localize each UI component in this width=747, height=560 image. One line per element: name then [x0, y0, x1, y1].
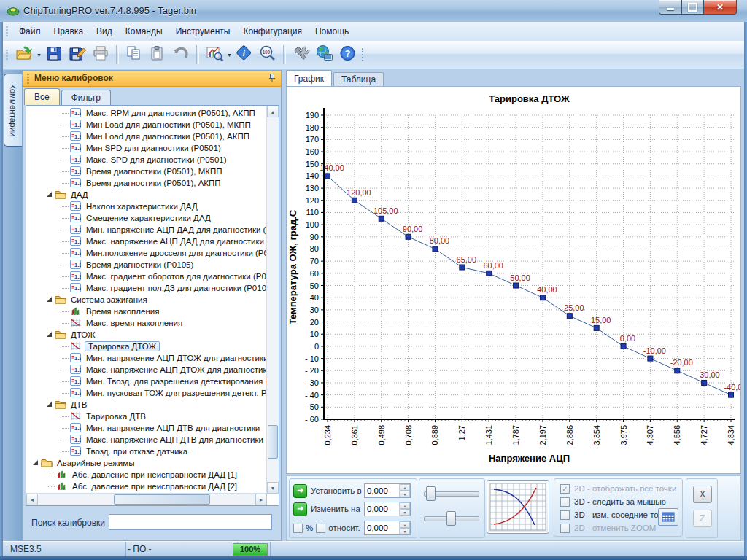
- save-as-button[interactable]: [66, 44, 89, 66]
- info-button[interactable]: i: [233, 44, 256, 66]
- menu-item[interactable]: Конфигурация: [236, 23, 309, 39]
- checkbox[interactable]: [560, 524, 570, 533]
- search-input[interactable]: [109, 514, 272, 530]
- paste-button[interactable]: [146, 44, 169, 66]
- tree-item[interactable]: 1.2Мин SPD для диагностики (P0501): [27, 142, 266, 154]
- chart-point[interactable]: [406, 234, 411, 239]
- scroll-right-icon[interactable]: ►: [255, 494, 267, 505]
- spin-down-icon[interactable]: ▼: [400, 491, 410, 497]
- chart-point[interactable]: [648, 356, 653, 361]
- grid-table-button[interactable]: [658, 508, 678, 526]
- slider-1[interactable]: [424, 486, 479, 499]
- tree-item[interactable]: 1.2Время диагностики (P0501), АКПП: [27, 177, 266, 189]
- tab-comments[interactable]: Комментарии: [4, 74, 22, 147]
- tree-item[interactable]: 1.2Макс. RPM для диагностики (P0501), АК…: [27, 107, 266, 119]
- tree-item[interactable]: 1.2Мин.положение дросселя для диагностик…: [27, 247, 266, 259]
- tree-item[interactable]: 1.2Макс. напряжение АЦП ДТОЖ для диагнос…: [27, 364, 266, 376]
- chart-point[interactable]: [514, 283, 519, 288]
- tree-item[interactable]: 1.2Макс. градиент оборотов для диагности…: [27, 271, 266, 282]
- chart-point[interactable]: [594, 325, 599, 330]
- slider-2[interactable]: [424, 511, 479, 524]
- chart-point[interactable]: [567, 314, 572, 319]
- tree-folder[interactable]: ДТОЖ: [27, 329, 266, 341]
- tree-horizontal-scrollbar[interactable]: ◄ ►: [26, 493, 267, 505]
- maximize-button[interactable]: [682, 0, 704, 15]
- expand-triangle-icon[interactable]: [47, 402, 52, 407]
- tree-item[interactable]: 1.2Мин. напряжение АЦП ДАД для диагности…: [27, 224, 266, 236]
- x-axis-button[interactable]: X: [693, 486, 712, 503]
- tree-item[interactable]: 1.2Макс. градиент пол.ДЗ для диагностики…: [27, 282, 266, 294]
- chart-point[interactable]: [460, 265, 465, 270]
- set-to-input[interactable]: [365, 484, 399, 497]
- spin-up-icon[interactable]: ▲: [400, 502, 410, 509]
- open-button[interactable]: [12, 44, 36, 66]
- internet-button[interactable]: [313, 44, 336, 66]
- tree-item[interactable]: Тарировка ДТОЖ: [27, 341, 266, 352]
- tree-item[interactable]: 1.2Мин Load для диагностики (P0501), АКП…: [27, 131, 266, 142]
- chart-view-button[interactable]: [203, 44, 226, 66]
- spin-down-icon[interactable]: ▼: [400, 528, 410, 534]
- relative-checkbox[interactable]: [316, 524, 325, 533]
- menu-item[interactable]: Инструменты: [169, 23, 237, 39]
- apply-set-button[interactable]: ➜: [293, 484, 307, 498]
- tab-График[interactable]: График: [286, 70, 332, 87]
- menu-item[interactable]: Вид: [90, 23, 119, 39]
- scroll-down-icon[interactable]: ▼: [267, 482, 279, 494]
- tree-item[interactable]: 1.2Мин. напряжение АЦП ДТОЖ для диагност…: [27, 352, 266, 364]
- tree-folder[interactable]: ДАД: [27, 189, 266, 201]
- tree-item[interactable]: Макс. время накопления: [27, 317, 266, 329]
- tab-Фильтр[interactable]: Фильтр: [61, 90, 111, 105]
- calibration-chart[interactable]: - 60- 50- 40- 30- 20- 100102030405060708…: [287, 90, 740, 472]
- tree-item[interactable]: 1.2Время диагностики (P0105): [27, 259, 266, 271]
- tree-item[interactable]: 1.2Время диагностики (P0501), МКПП: [27, 166, 266, 177]
- relative-input[interactable]: [365, 521, 399, 534]
- expand-triangle-icon[interactable]: [47, 192, 52, 197]
- chart-point[interactable]: [540, 295, 545, 300]
- menu-item[interactable]: Помощь: [309, 23, 355, 39]
- expand-triangle-icon[interactable]: [33, 460, 38, 465]
- chart-point[interactable]: [621, 343, 626, 349]
- tree-folder[interactable]: Аварийные режимы: [27, 457, 266, 469]
- vertical-scroll-thumb[interactable]: [268, 425, 278, 459]
- tools-button[interactable]: [290, 44, 313, 66]
- expand-triangle-icon[interactable]: [47, 297, 52, 302]
- print-button[interactable]: [89, 44, 112, 66]
- checkbox[interactable]: [560, 497, 570, 507]
- tree-item[interactable]: 1.2Макс. SPD для диагностики (P0501): [27, 154, 266, 166]
- spin-down-icon[interactable]: ▼: [400, 509, 410, 516]
- spin-up-icon[interactable]: ▲: [400, 521, 410, 528]
- chart-point[interactable]: [433, 246, 438, 252]
- tree-item[interactable]: 1.2Мин. напряжение АЦП ДТВ для диагности…: [27, 422, 266, 434]
- chart-point[interactable]: [675, 368, 680, 373]
- slider-thumb[interactable]: [446, 511, 456, 526]
- tree-item[interactable]: Абс. давление при неисправности ДАД [2]: [27, 481, 266, 492]
- spin-up-icon[interactable]: ▲: [400, 484, 410, 491]
- tab-Все[interactable]: Все: [24, 88, 60, 105]
- tree-item[interactable]: 1.2Смещение характеристики ДАД: [27, 212, 266, 224]
- expand-triangle-icon[interactable]: [47, 332, 52, 337]
- slider-thumb[interactable]: [426, 486, 436, 501]
- tab-Таблица[interactable]: Таблица: [333, 72, 384, 87]
- checkbox[interactable]: [560, 510, 570, 520]
- change-by-input[interactable]: [365, 502, 399, 516]
- open-dropdown-icon[interactable]: ▼: [36, 44, 42, 66]
- tree-item[interactable]: Время накопления: [27, 306, 266, 317]
- tree-vertical-scrollbar[interactable]: ▲ ▼: [266, 106, 279, 494]
- tree-item[interactable]: 1.2Наклон характеристики ДАД: [27, 201, 266, 212]
- tree-item[interactable]: 1.2Мин Load для диагностики (P0501), МКП…: [27, 119, 266, 131]
- percent-checkbox[interactable]: [293, 524, 303, 533]
- horizontal-scroll-thumb[interactable]: [114, 494, 210, 505]
- pin-icon[interactable]: [268, 73, 276, 88]
- chart-view-dropdown-icon[interactable]: ▼: [226, 44, 233, 66]
- minimize-button[interactable]: [659, 0, 682, 15]
- menu-item[interactable]: Файл: [12, 23, 47, 39]
- scroll-left-icon[interactable]: ◄: [26, 494, 38, 505]
- tree-item[interactable]: 1.2Макс. напряжение АЦП ДТВ для диагност…: [27, 434, 266, 446]
- scroll-up-icon[interactable]: ▲: [267, 106, 279, 117]
- tree-folder[interactable]: ДТВ: [27, 399, 266, 411]
- save-button[interactable]: [42, 44, 66, 66]
- chart-point[interactable]: [487, 271, 492, 276]
- apply-change-button[interactable]: ➜: [293, 502, 307, 516]
- menu-item[interactable]: Команды: [119, 23, 169, 39]
- menu-item[interactable]: Правка: [47, 23, 90, 39]
